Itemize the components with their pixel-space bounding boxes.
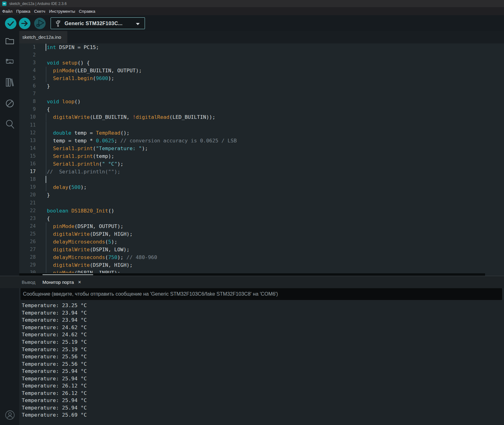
code-line-10[interactable]: 10 digitalWrite(LED_BUILTIN, !digitalRea… [19, 113, 504, 121]
line-number: 30 [19, 269, 36, 273]
code-line-28[interactable]: 28 delayMicroseconds(750); // 480-960 [19, 253, 504, 261]
code-line-13[interactable]: 13 temp = temp * 0.0625; // conversion a… [19, 137, 504, 145]
code-text: { [47, 105, 50, 113]
menu-2[interactable]: Скетч [32, 9, 47, 14]
serial-line-0: Temperature: 23.25 °C [22, 302, 87, 309]
code-line-21[interactable]: 21 [19, 199, 504, 207]
code-line-7[interactable]: 7 [19, 90, 504, 98]
sidebar-item-library-manager[interactable] [5, 77, 15, 89]
code-text: boolean DS18B20_Init() [47, 207, 114, 215]
indent-guide [46, 152, 46, 160]
code-line-29[interactable]: 29 digitalWrite(DSPIN, HIGH); [19, 261, 504, 269]
close-icon[interactable]: ✕ [78, 280, 81, 284]
code-line-25[interactable]: 25 digitalWrite(DSPIN, HIGH); [19, 230, 504, 238]
serial-message-input[interactable]: Сообщение (введите, чтобы отправить сооб… [20, 288, 502, 300]
code-text: digitalWrite(DSPIN, LOW); [47, 246, 129, 253]
code-line-18[interactable]: 18 [19, 176, 504, 183]
upload-button[interactable] [19, 18, 30, 29]
code-text: pinMode(LED_BUILTIN, OUTPUT); [47, 67, 142, 74]
code-line-9[interactable]: 9{ [19, 105, 504, 113]
code-text: delay(500); [47, 183, 87, 191]
code-line-11[interactable]: 11 [19, 121, 504, 129]
check-icon [5, 18, 16, 29]
library-icon [5, 77, 15, 87]
code-line-27[interactable]: 27 digitalWrite(DSPIN, LOW); [19, 246, 504, 253]
code-line-5[interactable]: 5 Serial1.begin(9600); [19, 74, 504, 82]
menu-3[interactable]: Инструменты [47, 9, 77, 14]
menu-0[interactable]: Файл [0, 9, 14, 14]
code-line-24[interactable]: 24 pinMode(DSPIN, OUTPUT); [19, 222, 504, 230]
indent-guide [46, 160, 46, 168]
chevron-down-icon [136, 23, 140, 25]
code-line-16[interactable]: 16 Serial1.println(" °C"); [19, 160, 504, 168]
line-number: 6 [19, 82, 36, 90]
sidebar-item-sketchbook[interactable] [5, 36, 15, 47]
menu-1[interactable]: Правка [14, 9, 32, 14]
indent-guide [46, 261, 46, 269]
code-line-6[interactable]: 6} [19, 82, 504, 90]
sidebar-item-account[interactable] [5, 410, 15, 421]
indent-guide [46, 129, 46, 137]
code-editor[interactable]: 1int DSPIN = PC15;23void setup() {4 pinM… [19, 43, 504, 273]
ban-icon [5, 99, 15, 108]
code-line-1[interactable]: 1int DSPIN = PC15; [19, 43, 504, 51]
indent-guide [46, 121, 46, 129]
code-text: void setup() { [47, 59, 90, 67]
code-line-12[interactable]: 12 double temp = TempRead(); [19, 129, 504, 137]
code-line-22[interactable]: 22boolean DS18B20_Init() [19, 207, 504, 215]
indent-guide [46, 145, 46, 152]
serial-line-8: Temperature: 25.56 °C [22, 360, 87, 368]
code-line-8[interactable]: 8void loop() [19, 98, 504, 105]
sidebar-item-search[interactable] [5, 119, 15, 131]
code-text: Serial1.println(" °C"); [47, 160, 124, 168]
serial-line-15: Temperature: 25.69 °C [22, 411, 87, 419]
text-cursor [46, 176, 46, 183]
code-line-2[interactable]: 2 [19, 51, 504, 59]
sidebar-item-boards-manager[interactable] [5, 57, 15, 68]
line-number: 3 [19, 59, 36, 67]
code-text: pinMode(DSPIN, OUTPUT); [47, 222, 124, 230]
code-text: digitalWrite(LED_BUILTIN, !digitalRead(L… [47, 113, 215, 121]
code-line-15[interactable]: 15 Serial1.print(temp); [19, 152, 504, 160]
indent-guide [46, 168, 46, 176]
line-number: 23 [19, 215, 36, 222]
titlebar: ∞ sketch_dec12a | Arduino IDE 2.3.6 [0, 0, 504, 7]
tab-output[interactable]: Вывод [22, 280, 35, 285]
serial-output[interactable]: Temperature: 23.25 °CTemperature: 23.94 … [19, 300, 504, 425]
code-line-14[interactable]: 14 Serial1.print("Temperature: "); [19, 145, 504, 152]
code-line-4[interactable]: 4 pinMode(LED_BUILTIN, OUTPUT); [19, 67, 504, 74]
tab-sketch[interactable]: sketch_dec12a.ino [19, 31, 67, 43]
line-number: 26 [19, 238, 36, 246]
debug-button[interactable] [34, 18, 46, 29]
code-line-26[interactable]: 26 delayMicroseconds(5); [19, 238, 504, 246]
code-text: delayMicroseconds(5); [47, 238, 117, 246]
code-text: double temp = TempRead(); [47, 129, 129, 137]
code-line-17[interactable]: 17// Serial1.println(""); [19, 168, 504, 176]
line-number: 15 [19, 152, 36, 160]
hscrollbar-thumb[interactable] [43, 274, 93, 275]
folder-icon [5, 36, 15, 46]
code-line-3[interactable]: 3void setup() { [19, 59, 504, 67]
code-line-23[interactable]: 23{ [19, 215, 504, 222]
tab-serial-monitor[interactable]: Монитор порта [43, 280, 74, 285]
code-line-19[interactable]: 19 delay(500); [19, 183, 504, 191]
sidebar-item-debug[interactable] [5, 99, 15, 110]
user-icon [5, 410, 15, 420]
arrow-right-icon [19, 18, 30, 29]
code-line-30[interactable]: 30 pinMode(DSPIN, INPUT); [19, 269, 504, 273]
serial-line-11: Temperature: 26.12 °C [22, 382, 87, 390]
line-number: 9 [19, 105, 36, 113]
menu-4[interactable]: Справка [77, 9, 97, 14]
indent-guide [46, 253, 46, 261]
line-number: 14 [19, 145, 36, 152]
line-number: 19 [19, 183, 36, 191]
code-line-20[interactable]: 20} [19, 191, 504, 199]
code-text: Serial1.print("Temperature: "); [47, 145, 148, 152]
code-text: pinMode(DSPIN, INPUT); [47, 269, 120, 273]
indent-guide [46, 137, 46, 145]
verify-button[interactable] [5, 18, 16, 29]
arduino-ide-window: ∞ sketch_dec12a | Arduino IDE 2.3.6 Файл… [0, 0, 504, 425]
window-title: sketch_dec12a | Arduino IDE 2.3.6 [9, 2, 67, 6]
line-number: 13 [19, 137, 36, 145]
board-selector[interactable]: Generic STM32F103C... [51, 17, 145, 29]
